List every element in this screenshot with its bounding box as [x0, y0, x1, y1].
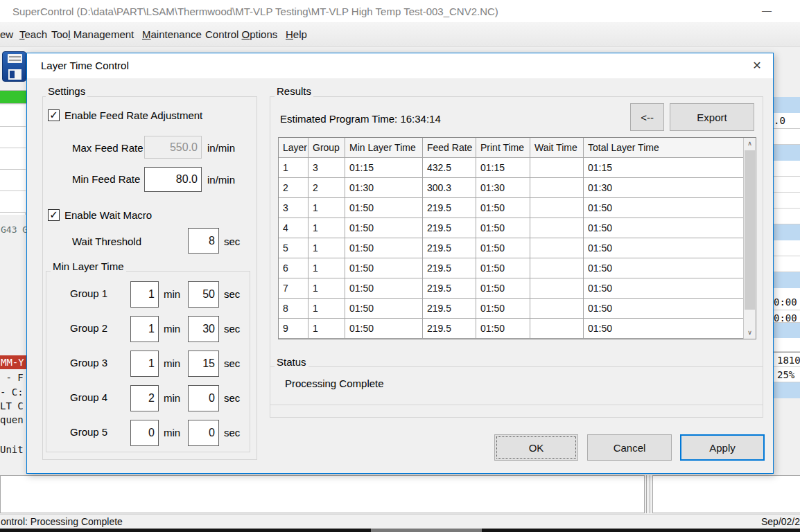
- table-cell: 300.3: [423, 178, 476, 197]
- table-cell: 219.5: [423, 299, 476, 318]
- table-cell: 01:50: [584, 238, 743, 258]
- column-header-total-layer-time[interactable]: Total Layer Time: [584, 138, 743, 157]
- list-item: [0, 170, 26, 191]
- table-scrollbar[interactable]: ∧ ∨: [743, 138, 756, 339]
- table-cell: 01:50: [345, 238, 423, 258]
- table-row[interactable]: 8101:50219.501:5001:50: [279, 299, 756, 319]
- group-4-label: Group 4: [70, 391, 107, 403]
- min-feed-rate-input[interactable]: [144, 167, 202, 192]
- table-cell: 01:50: [476, 198, 530, 218]
- column-header-wait-time[interactable]: Wait Time: [530, 138, 584, 157]
- scrollbar-down-button[interactable]: ∨: [744, 327, 756, 339]
- minimize-icon: —: [762, 5, 772, 16]
- menu-item-control-options[interactable]: Control Options: [205, 28, 277, 40]
- table-row[interactable]: 9101:50219.501:5001:50: [279, 319, 756, 339]
- table-cell: 2: [279, 178, 308, 197]
- close-button[interactable]: ✕: [748, 57, 766, 74]
- apply-button[interactable]: Apply: [680, 434, 765, 461]
- bottom-panel-left: [0, 475, 645, 513]
- group-3-min-input[interactable]: [130, 351, 159, 377]
- table-cell: 01:50: [345, 319, 423, 338]
- scrollbar-thumb[interactable]: [745, 150, 755, 310]
- max-feed-rate-label: Max Feed Rate: [72, 142, 144, 154]
- save-icon[interactable]: [2, 51, 26, 82]
- table-cell: 01:50: [584, 299, 743, 318]
- wait-threshold-input[interactable]: [188, 228, 219, 254]
- table-row[interactable]: 1301:15432.501:1501:15: [279, 158, 756, 178]
- table-row[interactable]: 7101:50219.501:5001:50: [279, 278, 756, 299]
- menu-item-tool-management[interactable]: Tool Management: [51, 28, 134, 40]
- group-4-sec-unit: sec: [224, 392, 240, 404]
- group-3-sec-input[interactable]: [188, 351, 219, 377]
- table-header-row: Layer Group Min Layer Time Feed Rate Pri…: [279, 138, 756, 158]
- table-cell: 01:50: [345, 258, 423, 278]
- column-header-feed-rate[interactable]: Feed Rate: [423, 138, 476, 157]
- column-header-layer[interactable]: Layer: [279, 138, 308, 157]
- log-line: LT C: [0, 400, 26, 411]
- scrollbar-up-button[interactable]: ∧: [744, 138, 756, 150]
- group-4-min-input[interactable]: [130, 385, 159, 411]
- table-cell: 3: [308, 158, 345, 177]
- data-row-header: [774, 97, 800, 113]
- taskbar-edge-segment: [371, 529, 482, 532]
- back-button[interactable]: <--: [630, 103, 664, 131]
- group-2-label: Group 2: [70, 322, 107, 334]
- menu-item-teach[interactable]: Teach: [19, 28, 47, 40]
- group-2-sec-unit: sec: [224, 323, 240, 335]
- statusbar-date: Sep/02/20: [761, 516, 800, 527]
- table-row[interactable]: 3101:50219.501:5001:50: [279, 198, 756, 218]
- group-4-sec-input[interactable]: [188, 385, 219, 411]
- enable-feed-rate-label: Enable Feed Rate Adjustment: [64, 109, 202, 121]
- column-header-print-time[interactable]: Print Time: [476, 138, 530, 157]
- export-button[interactable]: Export: [670, 103, 754, 131]
- group-3-label: Group 3: [70, 357, 107, 369]
- table-cell: 01:50: [345, 299, 423, 318]
- data-row: [774, 177, 800, 193]
- group-5-label: Group 5: [70, 426, 107, 438]
- ok-button[interactable]: OK: [494, 434, 578, 461]
- group-1-min-input[interactable]: [130, 281, 159, 308]
- group-2-sec-input[interactable]: [188, 316, 219, 342]
- data-row-header: [774, 272, 800, 288]
- menu-bar: ew Teach Tool Management Maintenance Con…: [0, 22, 800, 47]
- list-item: [0, 105, 26, 127]
- chevron-down-icon: ∨: [747, 329, 752, 336]
- table-row[interactable]: 4101:50219.501:5001:50: [279, 218, 756, 238]
- log-line: - F: [0, 372, 26, 383]
- column-header-min-layer-time[interactable]: Min Layer Time: [345, 138, 423, 157]
- table-cell: 7: [279, 278, 308, 298]
- menu-item-view[interactable]: ew: [0, 28, 13, 40]
- table-cell: 01:15: [345, 158, 423, 177]
- settings-group-label: Settings: [46, 85, 87, 97]
- group-2-min-input[interactable]: [130, 316, 159, 342]
- group-5-sec-input[interactable]: [188, 420, 219, 446]
- table-row[interactable]: 2201:30300.301:3001:30: [279, 178, 756, 198]
- left-list: [0, 105, 26, 215]
- cancel-button[interactable]: Cancel: [587, 434, 672, 461]
- log-line: quen: [0, 414, 26, 425]
- data-cell-fragment: .0: [774, 113, 800, 129]
- progress-bar: [0, 90, 26, 104]
- group-1-sec-input[interactable]: [188, 281, 219, 308]
- column-header-group[interactable]: Group: [308, 138, 345, 157]
- table-cell: 01:50: [476, 238, 530, 258]
- group-5-min-input[interactable]: [130, 420, 159, 446]
- panel-divider: [650, 475, 650, 513]
- minimize-button[interactable]: —: [760, 4, 774, 18]
- close-icon: ✕: [752, 60, 761, 71]
- log-line: Unit: [0, 444, 26, 455]
- table-cell: 4: [279, 218, 308, 238]
- table-row[interactable]: 5101:50219.501:5001:50: [279, 238, 756, 258]
- table-cell: 01:30: [584, 178, 743, 197]
- table-cell: 3: [279, 198, 308, 218]
- enable-wait-macro-checkbox[interactable]: ✓: [48, 209, 60, 221]
- menu-item-maintenance[interactable]: Maintenance: [142, 28, 202, 40]
- enable-feed-rate-checkbox[interactable]: ✓: [48, 109, 60, 121]
- data-cell-fragment: 0:00: [774, 310, 800, 323]
- data-row: [774, 161, 800, 177]
- menu-item-help[interactable]: Help: [286, 28, 307, 40]
- data-cell-fragment: 1810: [774, 352, 800, 367]
- table-row[interactable]: 6101:50219.501:5001:50: [279, 258, 756, 278]
- status-group: [270, 366, 763, 418]
- panel-divider: [646, 475, 647, 513]
